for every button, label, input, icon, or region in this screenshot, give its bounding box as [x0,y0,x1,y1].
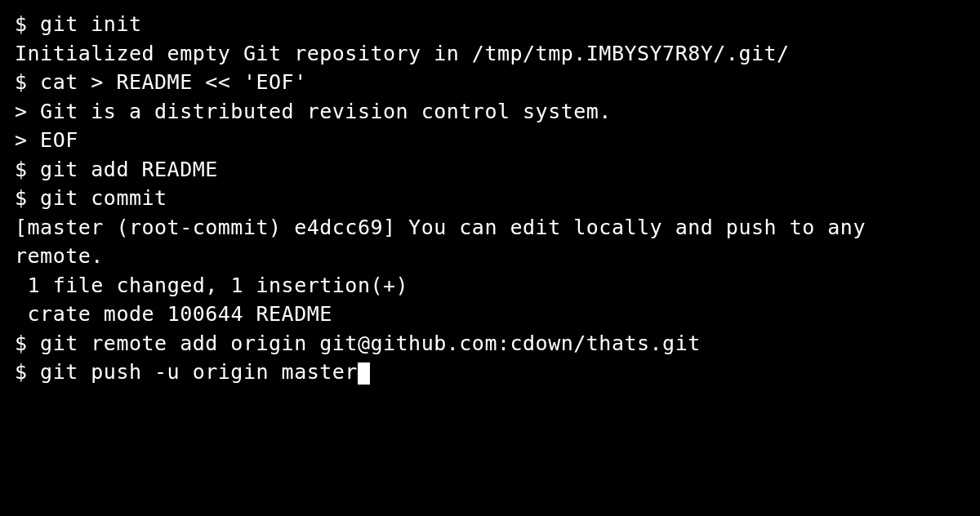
terminal-line: $ git init [15,10,965,39]
output-text: 1 file changed, 1 insertion(+) [15,274,408,297]
heredoc-text: > Git is a distributed revision control … [15,100,612,123]
terminal-line: > EOF [15,126,965,155]
terminal-line: crate mode 100644 README [15,300,965,329]
terminal-line: $ cat > README << 'EOF' [15,68,965,97]
output-text: [master (root-commit) e4dcc69] You can e… [15,216,879,269]
command-text: $ git add README [15,158,218,181]
command-text: $ cat > README << 'EOF' [15,70,307,94]
output-text: Initialized empty Git repository in /tmp… [15,42,790,65]
terminal-line: [master (root-commit) e4dcc69] You can e… [15,213,965,271]
command-text: $ git commit [15,186,167,210]
terminal-line: $ git push -u origin master [15,358,965,387]
terminal-line: $ git remote add origin git@github.com:c… [15,329,965,358]
terminal-line: > Git is a distributed revision control … [15,97,965,127]
heredoc-text: > EOF [15,128,78,152]
command-text: $ git push -u origin master [15,360,358,384]
terminal-line: 1 file changed, 1 insertion(+) [15,271,965,300]
output-text: crate mode 100644 README [15,302,332,326]
terminal-output[interactable]: $ git initInitialized empty Git reposito… [15,10,965,387]
terminal-line: Initialized empty Git repository in /tmp… [15,39,965,69]
terminal-line: $ git add README [15,155,965,185]
command-text: $ git remote add origin git@github.com:c… [15,331,701,355]
command-text: $ git init [15,12,142,36]
terminal-line: $ git commit [15,184,965,213]
cursor-icon [358,363,370,385]
